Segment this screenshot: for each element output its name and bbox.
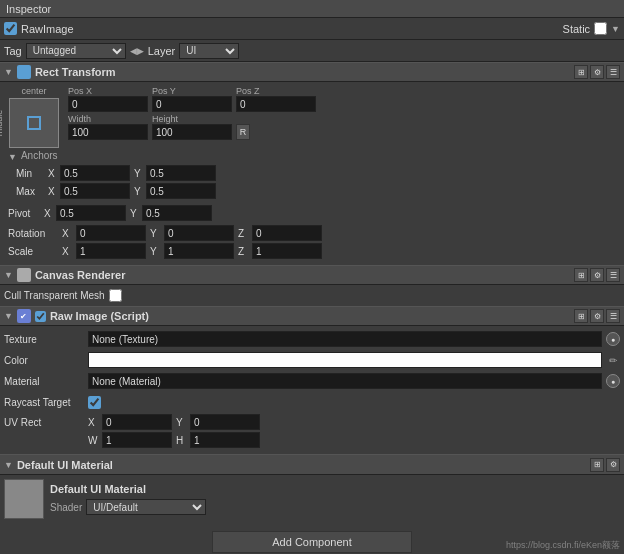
max-y-label: Y	[134, 186, 144, 197]
r-button[interactable]: R	[236, 124, 250, 140]
layer-label: Layer	[148, 45, 176, 57]
rot-y-label: Y	[150, 228, 160, 239]
scale-label: Scale	[8, 246, 58, 257]
wh-row: Width Height R	[68, 114, 620, 140]
shader-row: Shader UI/Default	[50, 499, 620, 515]
uv-w-input[interactable]	[102, 432, 172, 448]
min-y-input[interactable]	[146, 165, 216, 181]
pos-z-group: Pos Z	[236, 86, 316, 112]
inspector-content[interactable]: ▼ Rect Transform ⊞ ⚙ ☰ center middle	[0, 62, 624, 554]
min-x-label: X	[48, 168, 58, 179]
static-label: Static	[563, 23, 591, 35]
uvrect-row2: W H	[4, 432, 620, 448]
rect-transform-ref-icon[interactable]: ⊞	[574, 65, 588, 79]
pos-z-input[interactable]	[236, 96, 316, 112]
raycast-checkbox[interactable]	[88, 396, 101, 409]
tag-select[interactable]: Untagged	[26, 43, 126, 59]
add-component-button[interactable]: Add Component	[212, 531, 412, 553]
max-x-input[interactable]	[60, 183, 130, 199]
pivot-y-input[interactable]	[142, 205, 212, 221]
raw-image-fold[interactable]: ▼	[4, 311, 13, 321]
uv-h-label: H	[176, 435, 186, 446]
material-settings-icon[interactable]: ⚙	[606, 458, 620, 472]
canvas-renderer-icons: ⊞ ⚙ ☰	[574, 268, 620, 282]
material-pick-icon[interactable]: ●	[606, 374, 620, 388]
min-y-pair: Y	[134, 165, 216, 181]
raw-image-menu-icon[interactable]: ☰	[606, 309, 620, 323]
canvas-renderer-menu-icon[interactable]: ☰	[606, 268, 620, 282]
rect-transform-title: Rect Transform	[35, 66, 570, 78]
anchors-fold-row[interactable]: ▼ Anchors	[8, 150, 616, 163]
canvas-renderer-settings-icon[interactable]: ⚙	[590, 268, 604, 282]
uv-y-input[interactable]	[190, 414, 260, 430]
pos-y-header: Pos Y	[152, 86, 232, 96]
max-y-input[interactable]	[146, 183, 216, 199]
material-preview-box	[4, 479, 44, 519]
texture-input[interactable]	[88, 331, 602, 347]
rect-transform-icon	[17, 65, 31, 79]
pos-y-input[interactable]	[152, 96, 232, 112]
canvas-renderer-ref-icon[interactable]: ⊞	[574, 268, 588, 282]
raw-image-title: Raw Image (Script)	[50, 310, 570, 322]
scale-y-input[interactable]	[164, 243, 234, 259]
anchors-section: ▼ Anchors Min X Y Max	[4, 148, 620, 205]
color-label: Color	[4, 355, 84, 366]
scale-z-label: Z	[238, 246, 248, 257]
raw-image-enabled-checkbox[interactable]	[35, 311, 46, 322]
rot-x-label: X	[62, 228, 72, 239]
rect-transform-menu-icon[interactable]: ☰	[606, 65, 620, 79]
pos-x-input[interactable]	[68, 96, 148, 112]
min-x-input[interactable]	[60, 165, 130, 181]
width-group: Width	[68, 114, 148, 140]
min-x-pair: X	[48, 165, 130, 181]
raw-image-header: ▼ ✔ Raw Image (Script) ⊞ ⚙ ☰	[0, 306, 624, 326]
static-dropdown-icon[interactable]: ▼	[611, 24, 620, 34]
inspector-window: Inspector RawImage Static ▼ Tag Untagged…	[0, 0, 624, 554]
material-row: Material ●	[4, 372, 620, 390]
scale-x-input[interactable]	[76, 243, 146, 259]
shader-select[interactable]: UI/Default	[86, 499, 206, 515]
static-row: Static ▼	[563, 22, 620, 35]
texture-pick-icon[interactable]: ●	[606, 332, 620, 346]
raw-image-ref-icon[interactable]: ⊞	[574, 309, 588, 323]
max-label: Max	[16, 186, 44, 197]
height-input[interactable]	[152, 124, 232, 140]
canvas-renderer-header: ▼ Canvas Renderer ⊞ ⚙ ☰	[0, 265, 624, 285]
active-checkbox[interactable]	[4, 22, 17, 35]
canvas-renderer-fold[interactable]: ▼	[4, 270, 13, 280]
scale-z-input[interactable]	[252, 243, 322, 259]
pivot-x-pair: X	[44, 205, 126, 221]
uvrect-row1: UV Rect X Y	[4, 414, 620, 430]
material-input[interactable]	[88, 373, 602, 389]
raw-image-body: Texture ● Color ✏ Material ● Raycast Tar…	[0, 326, 624, 454]
rot-x-input[interactable]	[76, 225, 146, 241]
rt-anchor-widget[interactable]	[9, 98, 59, 148]
rot-z-label: Z	[238, 228, 248, 239]
rect-transform-settings-icon[interactable]: ⚙	[590, 65, 604, 79]
canvas-renderer-icon	[17, 268, 31, 282]
material-info: Default UI Material Shader UI/Default	[50, 483, 620, 515]
material-fold[interactable]: ▼	[4, 460, 13, 470]
width-input[interactable]	[68, 124, 148, 140]
raycast-label: Raycast Target	[4, 397, 84, 408]
canvas-renderer-body: Cull Transparent Mesh	[0, 285, 624, 306]
uv-h-input[interactable]	[190, 432, 260, 448]
raw-image-settings-icon[interactable]: ⚙	[590, 309, 604, 323]
uv-x-input[interactable]	[102, 414, 172, 430]
rect-transform-fold[interactable]: ▼	[4, 67, 13, 77]
static-checkbox[interactable]	[594, 22, 607, 35]
rot-z-input[interactable]	[252, 225, 322, 241]
pivot-x-input[interactable]	[56, 205, 126, 221]
color-edit-icon[interactable]: ✏	[606, 353, 620, 367]
rotation-label: Rotation	[8, 228, 58, 239]
anchors-label: Anchors	[21, 150, 58, 161]
raw-image-icons: ⊞ ⚙ ☰	[574, 309, 620, 323]
scale-x-label: X	[62, 246, 72, 257]
anchors-fold[interactable]: ▼	[8, 152, 17, 162]
cull-checkbox[interactable]	[109, 289, 122, 302]
tag-label: Tag	[4, 45, 22, 57]
layer-select[interactable]: UI	[179, 43, 239, 59]
material-ref-icon[interactable]: ⊞	[590, 458, 604, 472]
color-picker[interactable]	[88, 352, 602, 368]
rot-y-input[interactable]	[164, 225, 234, 241]
